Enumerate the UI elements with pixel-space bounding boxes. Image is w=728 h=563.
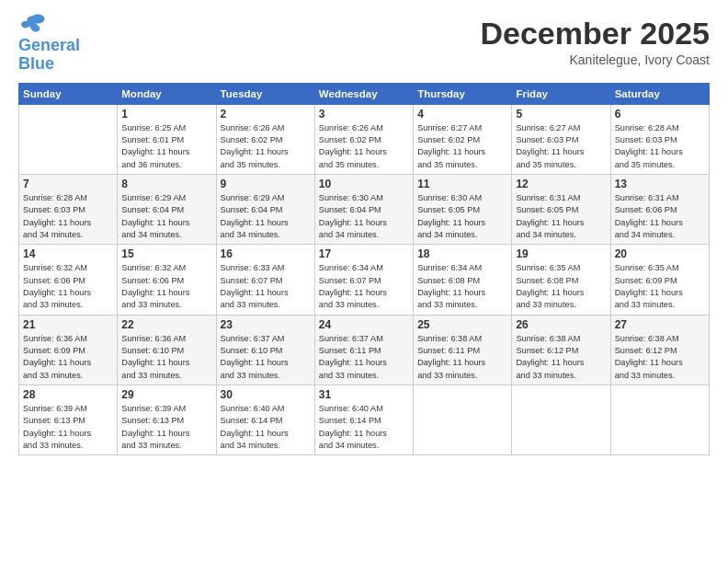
calendar-cell: 23Sunrise: 6:37 AM Sunset: 6:10 PM Dayli… [216,315,314,385]
day-info: Sunrise: 6:26 AM Sunset: 6:02 PM Dayligh… [319,122,409,171]
calendar-cell [512,385,610,455]
logo: General Blue [18,17,80,74]
day-number: 26 [516,318,606,331]
calendar-subtitle: Kanitelegue, Ivory Coast [480,52,710,67]
calendar-cell: 21Sunrise: 6:36 AM Sunset: 6:09 PM Dayli… [19,315,118,385]
col-saturday: Saturday [610,83,709,104]
day-info: Sunrise: 6:38 AM Sunset: 6:12 PM Dayligh… [615,333,705,382]
day-number: 16 [221,247,311,260]
day-info: Sunrise: 6:27 AM Sunset: 6:02 PM Dayligh… [417,122,507,171]
day-number: 22 [121,318,211,331]
day-number: 23 [221,318,311,331]
day-info: Sunrise: 6:28 AM Sunset: 6:03 PM Dayligh… [615,122,705,171]
calendar-cell: 8Sunrise: 6:29 AM Sunset: 6:04 PM Daylig… [118,174,216,244]
day-number: 8 [121,178,211,190]
calendar-cell: 2Sunrise: 6:26 AM Sunset: 6:02 PM Daylig… [216,104,314,174]
calendar-cell [19,104,118,174]
calendar-cell: 6Sunrise: 6:28 AM Sunset: 6:03 PM Daylig… [610,104,709,174]
day-number: 17 [319,247,409,260]
calendar-cell: 1Sunrise: 6:25 AM Sunset: 6:01 PM Daylig… [118,104,216,174]
col-tuesday: Tuesday [216,83,314,104]
day-number: 3 [319,108,409,121]
day-number: 4 [417,108,507,121]
calendar-cell: 11Sunrise: 6:30 AM Sunset: 6:05 PM Dayli… [414,174,512,244]
title-block: December 2025 Kanitelegue, Ivory Coast [480,17,710,67]
day-info: Sunrise: 6:37 AM Sunset: 6:11 PM Dayligh… [319,333,409,382]
day-number: 28 [23,388,113,401]
calendar-cell: 7Sunrise: 6:28 AM Sunset: 6:03 PM Daylig… [19,174,118,244]
calendar-cell: 19Sunrise: 6:35 AM Sunset: 6:08 PM Dayli… [512,245,610,315]
day-info: Sunrise: 6:39 AM Sunset: 6:13 PM Dayligh… [121,403,211,452]
day-info: Sunrise: 6:38 AM Sunset: 6:11 PM Dayligh… [417,333,507,382]
day-info: Sunrise: 6:39 AM Sunset: 6:13 PM Dayligh… [23,403,113,452]
day-info: Sunrise: 6:29 AM Sunset: 6:04 PM Dayligh… [121,192,211,241]
day-info: Sunrise: 6:38 AM Sunset: 6:12 PM Dayligh… [516,333,606,382]
header-row: Sunday Monday Tuesday Wednesday Thursday… [19,83,710,104]
col-sunday: Sunday [19,83,118,104]
day-info: Sunrise: 6:37 AM Sunset: 6:10 PM Dayligh… [221,333,311,382]
week-row-2: 7Sunrise: 6:28 AM Sunset: 6:03 PM Daylig… [19,174,710,244]
calendar-cell: 25Sunrise: 6:38 AM Sunset: 6:11 PM Dayli… [414,315,512,385]
week-row-1: 1Sunrise: 6:25 AM Sunset: 6:01 PM Daylig… [19,104,710,174]
calendar-cell: 13Sunrise: 6:31 AM Sunset: 6:06 PM Dayli… [610,174,709,244]
calendar-cell: 18Sunrise: 6:34 AM Sunset: 6:08 PM Dayli… [414,245,512,315]
day-number: 15 [121,247,211,260]
calendar-cell: 29Sunrise: 6:39 AM Sunset: 6:13 PM Dayli… [118,385,216,455]
day-info: Sunrise: 6:29 AM Sunset: 6:04 PM Dayligh… [221,192,311,241]
day-info: Sunrise: 6:36 AM Sunset: 6:09 PM Dayligh… [23,333,113,382]
calendar-table: Sunday Monday Tuesday Wednesday Thursday… [18,83,710,456]
calendar-cell: 12Sunrise: 6:31 AM Sunset: 6:05 PM Dayli… [512,174,610,244]
day-number: 29 [121,388,211,401]
day-number: 11 [417,178,507,190]
calendar-cell: 26Sunrise: 6:38 AM Sunset: 6:12 PM Dayli… [512,315,610,385]
calendar-cell: 22Sunrise: 6:36 AM Sunset: 6:10 PM Dayli… [118,315,216,385]
day-info: Sunrise: 6:31 AM Sunset: 6:05 PM Dayligh… [516,192,606,241]
day-info: Sunrise: 6:40 AM Sunset: 6:14 PM Dayligh… [221,403,311,452]
week-row-5: 28Sunrise: 6:39 AM Sunset: 6:13 PM Dayli… [19,385,710,455]
day-info: Sunrise: 6:25 AM Sunset: 6:01 PM Dayligh… [121,122,211,171]
day-number: 13 [615,178,705,190]
logo-text: General Blue [18,37,80,74]
day-info: Sunrise: 6:35 AM Sunset: 6:09 PM Dayligh… [615,262,705,311]
day-info: Sunrise: 6:30 AM Sunset: 6:04 PM Dayligh… [319,192,409,241]
day-info: Sunrise: 6:32 AM Sunset: 6:06 PM Dayligh… [121,262,211,311]
calendar-cell: 4Sunrise: 6:27 AM Sunset: 6:02 PM Daylig… [414,104,512,174]
col-friday: Friday [512,83,610,104]
calendar-title: December 2025 [480,17,710,51]
calendar-cell: 27Sunrise: 6:38 AM Sunset: 6:12 PM Dayli… [610,315,709,385]
day-number: 7 [23,178,113,190]
col-wednesday: Wednesday [314,83,413,104]
day-info: Sunrise: 6:26 AM Sunset: 6:02 PM Dayligh… [221,122,311,171]
day-info: Sunrise: 6:35 AM Sunset: 6:08 PM Dayligh… [516,262,606,311]
day-number: 25 [417,318,507,331]
header: General Blue December 2025 Kanitelegue, … [18,17,710,74]
calendar-cell: 30Sunrise: 6:40 AM Sunset: 6:14 PM Dayli… [216,385,314,455]
calendar-cell: 17Sunrise: 6:34 AM Sunset: 6:07 PM Dayli… [314,245,413,315]
calendar-cell: 15Sunrise: 6:32 AM Sunset: 6:06 PM Dayli… [118,245,216,315]
day-number: 20 [615,247,705,260]
calendar-cell [414,385,512,455]
day-number: 27 [615,318,705,331]
day-info: Sunrise: 6:30 AM Sunset: 6:05 PM Dayligh… [417,192,507,241]
day-number: 12 [516,178,606,190]
day-number: 19 [516,247,606,260]
logo-bird-icon [20,13,46,33]
day-info: Sunrise: 6:32 AM Sunset: 6:06 PM Dayligh… [23,262,113,311]
day-number: 2 [221,108,311,121]
calendar-cell: 3Sunrise: 6:26 AM Sunset: 6:02 PM Daylig… [314,104,413,174]
day-info: Sunrise: 6:34 AM Sunset: 6:07 PM Dayligh… [319,262,409,311]
day-number: 31 [319,388,409,401]
week-row-4: 21Sunrise: 6:36 AM Sunset: 6:09 PM Dayli… [19,315,710,385]
calendar-page: General Blue December 2025 Kanitelegue, … [0,0,728,563]
day-number: 1 [121,108,211,121]
calendar-cell: 16Sunrise: 6:33 AM Sunset: 6:07 PM Dayli… [216,245,314,315]
day-number: 24 [319,318,409,331]
calendar-cell: 31Sunrise: 6:40 AM Sunset: 6:14 PM Dayli… [314,385,413,455]
week-row-3: 14Sunrise: 6:32 AM Sunset: 6:06 PM Dayli… [19,245,710,315]
calendar-cell: 14Sunrise: 6:32 AM Sunset: 6:06 PM Dayli… [19,245,118,315]
day-number: 6 [615,108,705,121]
day-number: 18 [417,247,507,260]
day-info: Sunrise: 6:27 AM Sunset: 6:03 PM Dayligh… [516,122,606,171]
day-info: Sunrise: 6:33 AM Sunset: 6:07 PM Dayligh… [221,262,311,311]
day-number: 30 [221,388,311,401]
